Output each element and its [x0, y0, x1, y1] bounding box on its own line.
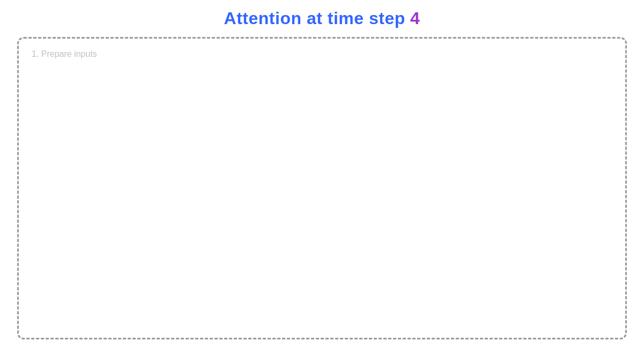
list-item-1: 1. Prepare inputs: [32, 49, 612, 59]
title-container: Attention at time step 4: [9, 4, 635, 37]
content-box: 1. Prepare inputs: [17, 37, 627, 339]
title-step-number: 4: [410, 9, 420, 28]
title-prefix: Attention at time step: [224, 9, 411, 28]
page-container: Attention at time step 4 1. Prepare inpu…: [0, 0, 644, 348]
page-title: Attention at time step 4: [9, 9, 635, 28]
